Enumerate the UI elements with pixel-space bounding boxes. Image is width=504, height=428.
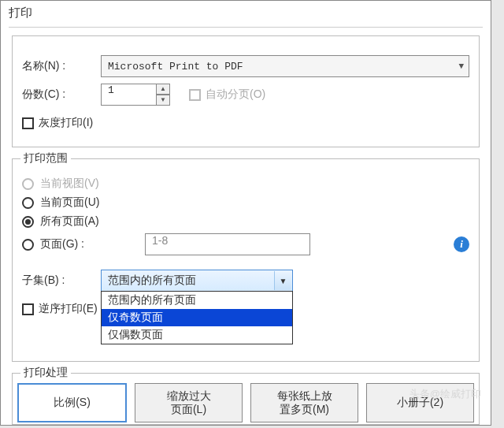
collate-checkbox-wrap: 自动分页(O) bbox=[189, 87, 265, 102]
print-dialog: 打印 名称(N) : Microsoft Print to PDF ▼ 份数(C… bbox=[0, 0, 491, 426]
tab-multi[interactable]: 每张纸上放 置多页(M) bbox=[250, 383, 358, 422]
subset-select[interactable]: 范围内的所有页面 ▼ bbox=[101, 270, 293, 292]
print-range-legend: 打印范围 bbox=[20, 151, 71, 166]
copies-value[interactable]: 1 bbox=[101, 84, 156, 106]
watermark: 头条@绘威打印 bbox=[410, 387, 481, 401]
radio-pages[interactable]: 页面(G) : bbox=[22, 237, 101, 251]
grayscale-checkbox[interactable] bbox=[22, 117, 34, 129]
subset-dropdown: 范围内的所有页面 仅奇数页面 仅偶数页面 bbox=[101, 291, 293, 344]
pages-value: 1-8 bbox=[152, 234, 168, 247]
radio-icon[interactable] bbox=[22, 216, 34, 228]
print-range-group: 打印范围 当前视图(V) 当前页面(U) 所有页面(A) 页面(G) : 1-8… bbox=[12, 158, 480, 362]
subset-selected-value: 范围内的所有页面 bbox=[108, 274, 196, 288]
collate-label: 自动分页(O) bbox=[206, 87, 265, 102]
copies-label: 份数(C) : bbox=[22, 87, 101, 102]
current-page-label: 当前页面(U) bbox=[40, 195, 99, 210]
pages-label: 页面(G) : bbox=[40, 237, 84, 251]
radio-current-view: 当前视图(V) bbox=[22, 177, 469, 191]
printer-name-value: Microsoft Print to PDF bbox=[108, 61, 243, 73]
info-icon[interactable]: i bbox=[454, 236, 469, 252]
grayscale-checkbox-wrap[interactable]: 灰度打印(I) bbox=[22, 116, 93, 130]
tab-fit[interactable]: 缩放过大 页面(L) bbox=[135, 383, 243, 422]
radio-icon[interactable] bbox=[22, 197, 34, 209]
printer-name-label: 名称(N) : bbox=[22, 59, 101, 73]
dialog-title: 打印 bbox=[1, 1, 491, 25]
printer-group: 名称(N) : Microsoft Print to PDF ▼ 份数(C) :… bbox=[12, 35, 480, 147]
radio-icon bbox=[22, 178, 34, 190]
radio-icon[interactable] bbox=[22, 239, 34, 251]
spinner-up-icon[interactable]: ▲ bbox=[156, 84, 170, 95]
separator bbox=[9, 27, 483, 28]
chevron-down-icon[interactable]: ▼ bbox=[274, 271, 291, 290]
current-view-label: 当前视图(V) bbox=[40, 177, 99, 191]
collate-checkbox bbox=[189, 89, 201, 101]
printer-name-select[interactable]: Microsoft Print to PDF ▼ bbox=[101, 55, 469, 77]
tab-scale[interactable]: 比例(S) bbox=[17, 383, 127, 422]
copies-spinner[interactable]: 1 ▲ ▼ bbox=[101, 84, 170, 106]
subset-label: 子集(B) : bbox=[22, 274, 101, 288]
all-pages-label: 所有页面(A) bbox=[40, 214, 99, 229]
subset-option-all[interactable]: 范围内的所有页面 bbox=[102, 292, 292, 309]
print-handling-legend: 打印处理 bbox=[20, 366, 71, 380]
pages-input[interactable]: 1-8 bbox=[145, 233, 310, 255]
grayscale-label: 灰度打印(I) bbox=[39, 116, 93, 130]
reverse-checkbox[interactable] bbox=[22, 303, 34, 315]
spinner-down-icon[interactable]: ▼ bbox=[156, 95, 170, 106]
subset-option-even[interactable]: 仅偶数页面 bbox=[102, 326, 292, 344]
reverse-checkbox-wrap[interactable]: 逆序打印(E) bbox=[22, 302, 98, 316]
reverse-label: 逆序打印(E) bbox=[39, 302, 98, 316]
radio-all-pages[interactable]: 所有页面(A) bbox=[22, 214, 469, 229]
chevron-down-icon: ▼ bbox=[458, 61, 464, 71]
subset-option-odd[interactable]: 仅奇数页面 bbox=[102, 309, 292, 326]
subset-select-wrap: 范围内的所有页面 ▼ 范围内的所有页面 仅奇数页面 仅偶数页面 bbox=[101, 270, 293, 292]
radio-current-page[interactable]: 当前页面(U) bbox=[22, 195, 469, 210]
